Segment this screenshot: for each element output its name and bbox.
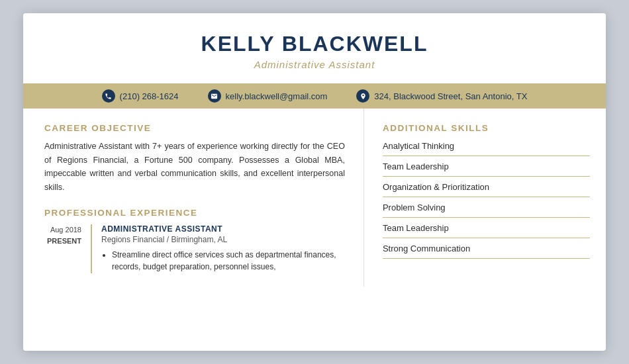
- skill-item: Strong Communication: [383, 238, 590, 259]
- email-icon: [208, 89, 221, 103]
- bullet-item: Streamline direct office services such a…: [112, 249, 345, 273]
- candidate-name: KELLY BLACKWELL: [50, 32, 579, 56]
- email-contact: kelly.blackwell@gmail.com: [208, 89, 328, 103]
- skills-list: Analytical ThinkingTeam LeadershipOrgani…: [383, 140, 590, 259]
- professional-experience-title: PROFESSIONAL EXPERIENCE: [44, 208, 345, 218]
- skill-item: Organization & Prioritization: [383, 177, 590, 197]
- location-icon: [356, 89, 369, 103]
- job-title: ADMINISTRATIVE ASSISTANT: [101, 224, 345, 234]
- location-text: 324, Blackwood Street, San Antonio, TX: [374, 91, 527, 101]
- location-contact: 324, Blackwood Street, San Antonio, TX: [356, 89, 527, 103]
- email-text: kelly.blackwell@gmail.com: [226, 91, 328, 101]
- resume-body: CAREER OBJECTIVE Administrative Assistan…: [23, 109, 606, 287]
- right-column: ADDITIONAL SKILLS Analytical ThinkingTea…: [364, 109, 606, 287]
- skill-item: Problem Solving: [383, 197, 590, 218]
- experience-details: ADMINISTRATIVE ASSISTANT Regions Financi…: [92, 224, 345, 273]
- company-name: Regions Financial / Birmingham, AL: [101, 235, 345, 244]
- exp-start-date: Aug 2018: [44, 224, 81, 236]
- candidate-title: Administrative Assistant: [50, 59, 579, 70]
- skill-item: Analytical Thinking: [383, 140, 590, 156]
- career-objective-title: CAREER OBJECTIVE: [44, 123, 345, 133]
- resume-document: KELLY BLACKWELL Administrative Assistant…: [23, 13, 606, 351]
- resume-header: KELLY BLACKWELL Administrative Assistant: [23, 13, 606, 77]
- career-objective-text: Administrative Assistant with 7+ years o…: [44, 140, 345, 195]
- professional-experience-section: PROFESSIONAL EXPERIENCE Aug 2018 PRESENT…: [44, 208, 345, 273]
- experience-dates: Aug 2018 PRESENT: [44, 224, 92, 273]
- phone-text: (210) 268-1624: [120, 91, 179, 101]
- left-column: CAREER OBJECTIVE Administrative Assistan…: [23, 109, 364, 287]
- job-bullets: Streamline direct office services such a…: [101, 249, 345, 273]
- exp-end-date: PRESENT: [44, 236, 81, 248]
- skill-item: Team Leadership: [383, 156, 590, 177]
- phone-contact: (210) 268-1624: [102, 89, 179, 103]
- additional-skills-title: ADDITIONAL SKILLS: [383, 123, 590, 133]
- phone-icon: [102, 89, 115, 103]
- experience-entry: Aug 2018 PRESENT ADMINISTRATIVE ASSISTAN…: [44, 224, 345, 273]
- skill-item: Team Leadership: [383, 218, 590, 238]
- contact-bar: (210) 268-1624 kelly.blackwell@gmail.com…: [23, 83, 606, 109]
